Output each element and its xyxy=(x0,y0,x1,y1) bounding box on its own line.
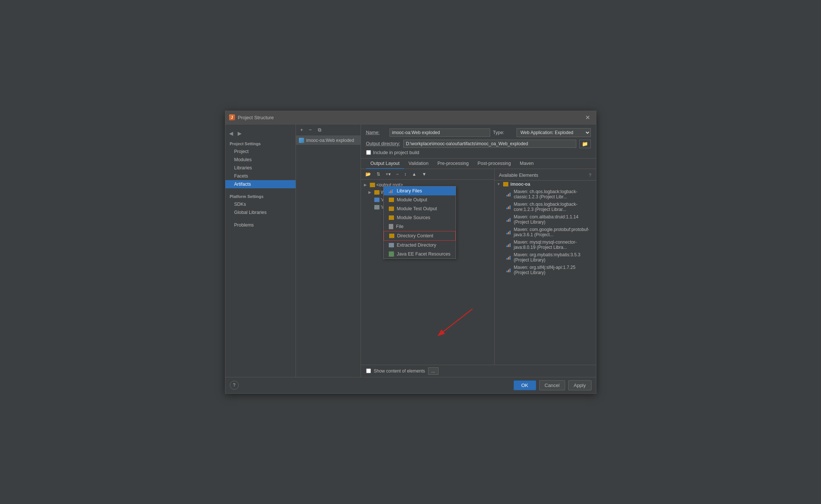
available-item-2[interactable]: Maven: com.alibaba:druid:1.1.14 (Project… xyxy=(495,213,596,226)
tree-toolbar-sort-btn[interactable]: ⇅ xyxy=(374,170,382,178)
dropdown-item-library-files[interactable]: Library Files xyxy=(384,186,456,195)
artifact-list-panel: + − ⧉ imooc-oa:Web exploded xyxy=(296,124,361,377)
available-item-4[interactable]: Maven: mysql:mysql-connector-java:8.0.19… xyxy=(495,238,596,251)
folder-gray-icon xyxy=(374,205,379,209)
dropdown-label: Module Output xyxy=(397,197,427,202)
folder-icon xyxy=(389,198,394,202)
show-content-checkbox[interactable] xyxy=(366,368,371,373)
content-header: Name: Type: Web Application: Exploded Ou… xyxy=(361,124,596,159)
main-layout: ◀ ▶ Project Settings Project Modules Lib… xyxy=(225,124,596,377)
project-structure-window: J Project Structure ✕ ◀ ▶ Project Settin… xyxy=(225,111,596,394)
tab-output-layout[interactable]: Output Layout xyxy=(366,159,404,169)
window-title: Project Structure xyxy=(238,115,274,120)
tree-toolbar-add-btn[interactable]: +▾ xyxy=(384,170,393,178)
tab-post-processing[interactable]: Post-processing xyxy=(473,159,515,169)
sidebar: ◀ ▶ Project Settings Project Modules Lib… xyxy=(225,124,296,377)
browse-folder-button[interactable]: 📁 xyxy=(579,140,591,148)
dropdown-label: Module Sources xyxy=(397,215,430,220)
dropdown-item-module-test-output[interactable]: Module Test Output xyxy=(384,204,456,213)
tree-toolbar-down-btn[interactable]: ▼ xyxy=(420,170,429,178)
available-item-1[interactable]: Maven: ch.qos.logback:logback-core:1.2.3… xyxy=(495,201,596,213)
dropdown-label: Module Test Output xyxy=(397,206,437,211)
sidebar-item-project[interactable]: Project xyxy=(225,147,296,156)
tree-toolbar-show-btn[interactable]: 📂 xyxy=(363,170,373,178)
name-label: Name: xyxy=(366,130,387,135)
sidebar-item-global-libraries[interactable]: Global Libraries xyxy=(225,208,296,217)
file-icon xyxy=(389,224,393,229)
expand-icon: ▶ xyxy=(368,190,373,194)
dialog-footer: ? OK Cancel Apply xyxy=(225,377,596,393)
show-content-label: Show content of elements xyxy=(374,368,425,374)
dropdown-item-file[interactable]: File xyxy=(384,222,456,231)
dropdown-item-java-ee-facet[interactable]: Java EE Facet Resources xyxy=(384,250,456,258)
remove-artifact-button[interactable]: − xyxy=(307,126,314,134)
apply-button[interactable]: Apply xyxy=(568,380,592,390)
bar-chart-icon xyxy=(506,268,512,272)
copy-artifact-button[interactable]: ⧉ xyxy=(316,126,323,134)
tree-toolbar-sort2-btn[interactable]: ↕ xyxy=(402,170,409,178)
available-title: Available Elements xyxy=(499,173,538,178)
bar-chart-icon xyxy=(506,217,512,222)
dropdown-item-extracted-directory[interactable]: Extracted Directory xyxy=(384,241,456,250)
forward-button[interactable]: ▶ xyxy=(236,130,243,137)
dropdown-item-directory-content[interactable]: Directory Content xyxy=(384,231,456,241)
tree-toolbar-up-btn[interactable]: ▲ xyxy=(410,170,419,178)
tab-pre-processing[interactable]: Pre-processing xyxy=(433,159,473,169)
name-input[interactable] xyxy=(390,129,490,137)
sidebar-item-artifacts[interactable]: Artifacts xyxy=(225,180,296,188)
content-area: Name: Type: Web Application: Exploded Ou… xyxy=(361,124,596,377)
nav-arrows: ◀ ▶ xyxy=(225,127,296,139)
dropdown-label: Library Files xyxy=(397,188,422,194)
available-item-3[interactable]: Maven: com.google.protobuf:protobuf-java… xyxy=(495,226,596,238)
item-label: Maven: org.slf4j:slf4j-api:1.7.25 (Proje… xyxy=(514,265,590,275)
available-item-0[interactable]: Maven: ch.qos.logback:logback-classic:1.… xyxy=(495,188,596,201)
dropdown-item-module-sources[interactable]: Module Sources xyxy=(384,213,456,222)
folder-icon xyxy=(389,215,394,220)
available-group-imooc-oa[interactable]: ▾ imooc-oa xyxy=(495,181,596,188)
name-row: Name: Type: Web Application: Exploded xyxy=(366,128,591,137)
sidebar-item-problems[interactable]: Problems xyxy=(225,221,296,229)
dropdown-item-module-output[interactable]: Module Output xyxy=(384,195,456,204)
available-item-5[interactable]: Maven: org.mybatis:mybatis:3.5.3 (Projec… xyxy=(495,251,596,264)
include-build-checkbox[interactable] xyxy=(366,150,371,155)
cancel-button[interactable]: Cancel xyxy=(539,380,565,390)
dropdown-menu: Library Files Module Output Module Test … xyxy=(383,186,456,259)
expand-icon: ▾ xyxy=(498,182,499,186)
available-item-6[interactable]: Maven: org.slf4j:slf4j-api:1.7.25 (Proje… xyxy=(495,264,596,276)
item-label: Maven: org.mybatis:mybatis:3.5.3 (Projec… xyxy=(514,252,590,263)
output-dir-label: Output directory: xyxy=(366,141,400,146)
output-dir-input[interactable] xyxy=(403,140,576,148)
artifact-entry[interactable]: imooc-oa:Web exploded xyxy=(296,136,361,145)
folder-icon xyxy=(389,234,394,238)
type-select[interactable]: Web Application: Exploded xyxy=(517,128,591,137)
folder-open-icon xyxy=(389,243,394,247)
tab-maven[interactable]: Maven xyxy=(515,159,538,169)
output-tree-toolbar: 📂 ⇅ +▾ − ↕ ▲ ▼ xyxy=(361,169,494,180)
folder-icon xyxy=(503,182,508,186)
back-button[interactable]: ◀ xyxy=(228,130,235,137)
tabs-bar: Output Layout Validation Pre-processing … xyxy=(361,159,596,169)
ok-button[interactable]: OK xyxy=(514,380,536,390)
red-arrow-indicator xyxy=(428,305,495,350)
include-build-label: Include in project build xyxy=(373,150,419,155)
folder-icon xyxy=(389,207,394,211)
project-settings-title: Project Settings xyxy=(225,139,296,147)
item-label: Maven: com.alibaba:druid:1.1.14 (Project… xyxy=(514,214,590,225)
sidebar-item-sdks[interactable]: SDKs xyxy=(225,200,296,208)
output-dir-row: Output directory: 📁 xyxy=(366,140,591,148)
output-layout-area: 📂 ⇅ +▾ − ↕ ▲ ▼ ▶ <out xyxy=(361,169,596,365)
item-label: Maven: ch.qos.logback:logback-classic:1.… xyxy=(514,189,590,199)
title-bar: J Project Structure ✕ xyxy=(225,111,596,124)
sidebar-item-facets[interactable]: Facets xyxy=(225,172,296,180)
add-artifact-button[interactable]: + xyxy=(298,126,306,134)
close-button[interactable]: ✕ xyxy=(583,113,592,122)
three-dots-button[interactable]: ... xyxy=(428,367,439,375)
bar-chart-icon xyxy=(506,205,512,209)
sidebar-item-libraries[interactable]: Libraries xyxy=(225,164,296,172)
tree-toolbar-remove-btn[interactable]: − xyxy=(394,170,401,178)
help-button[interactable]: ? xyxy=(230,381,239,390)
sidebar-item-modules[interactable]: Modules xyxy=(225,156,296,164)
tab-validation[interactable]: Validation xyxy=(404,159,433,169)
artifact-toolbar: + − ⧉ xyxy=(296,124,361,136)
footer-left: ? xyxy=(230,381,239,390)
